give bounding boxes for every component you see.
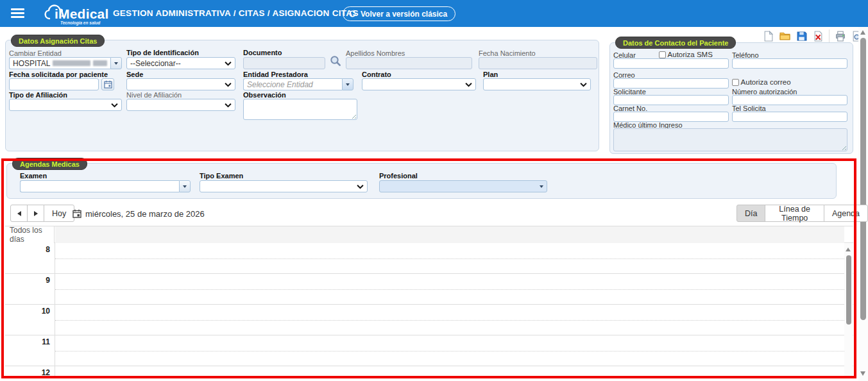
sede-label: Sede	[126, 71, 143, 78]
dropdown-button[interactable]	[179, 180, 191, 192]
profesional-label: Profesional	[379, 172, 418, 180]
redacted-text	[93, 60, 107, 66]
sede-select[interactable]	[126, 78, 235, 90]
chevron-down-icon	[465, 82, 472, 87]
app-header: iMedical Tecnología en salud GESTION ADM…	[0, 0, 868, 27]
fecha-solicitada-label: Fecha solicitada por paciente	[9, 71, 108, 78]
apellidos-nombres-label: Apellidos Nombres	[346, 49, 405, 57]
resize-handle[interactable]	[840, 144, 846, 150]
autoriza-sms-row: Autoriza SMS	[659, 51, 713, 58]
tipo-identificacion-select[interactable]: --Seleccionar--	[126, 57, 235, 69]
autoriza-correo-label: Autoriza correo	[741, 78, 791, 86]
page-scrollbar-thumb[interactable]	[860, 38, 866, 320]
nivel-afiliacion-select[interactable]	[126, 99, 235, 111]
arrow-right-icon	[34, 211, 38, 216]
hour-row[interactable]: 8	[5, 243, 853, 274]
hour-label: 11	[5, 337, 50, 346]
tipo-examen-select[interactable]	[200, 180, 368, 192]
resize-handle[interactable]	[350, 113, 356, 119]
tel-solicita-input[interactable]	[732, 112, 847, 122]
calendar-scrollbar[interactable]	[844, 244, 853, 377]
plan-select[interactable]	[483, 78, 591, 90]
cambiar-entidad-label: Cambiar Entidad	[9, 49, 62, 57]
hour-row[interactable]: 9	[5, 274, 853, 305]
view-label: Día	[745, 209, 757, 218]
caret-down-icon	[540, 185, 543, 188]
scroll-up-icon[interactable]	[846, 248, 851, 251]
save-icon[interactable]	[796, 30, 808, 42]
autoriza-correo-checkbox[interactable]	[732, 79, 739, 86]
delete-record-icon[interactable]	[812, 30, 824, 42]
calendar-picker-button[interactable]	[101, 78, 114, 90]
fecha-nacimiento-label: Fecha Nacimiento	[479, 49, 536, 57]
view-dia-button[interactable]: Día	[736, 205, 765, 222]
next-day-button[interactable]	[27, 205, 44, 222]
cambiar-entidad-combobox[interactable]: HOSPITAL	[9, 57, 122, 69]
celular-input[interactable]	[613, 58, 729, 69]
correo-input[interactable]	[613, 78, 729, 89]
today-button[interactable]: Hoy	[44, 205, 74, 222]
all-day-label: Todos los días	[5, 226, 55, 243]
documento-input[interactable]	[243, 57, 325, 69]
tipo-afiliacion-select[interactable]	[9, 99, 122, 111]
classic-version-button[interactable]: Volver a versión clásica	[343, 6, 455, 21]
print-icon[interactable]	[834, 30, 846, 42]
hour-row[interactable]: 10	[5, 305, 853, 335]
chevron-down-icon	[225, 61, 232, 66]
apellidos-nombres-input[interactable]	[346, 57, 472, 69]
view-linea-de-tiempo-button[interactable]: Línea de Tiempo	[765, 205, 824, 222]
current-date-label: miércoles, 25 de marzo de 2026	[85, 209, 205, 219]
hour-row[interactable]: 12	[5, 366, 853, 377]
today-label: Hoy	[52, 209, 66, 218]
scroll-down-icon[interactable]	[860, 371, 865, 376]
panel-datos-asignacion: Datos Asignación Citas Cambiar Entidad H…	[5, 40, 599, 151]
chevron-down-icon	[225, 82, 232, 87]
examen-combobox[interactable]	[20, 180, 191, 192]
menu-icon[interactable]	[11, 8, 24, 19]
dropdown-button[interactable]	[110, 57, 122, 69]
half-hour-line	[55, 258, 844, 259]
autoriza-sms-checkbox[interactable]	[659, 51, 666, 58]
open-folder-icon[interactable]	[779, 30, 791, 42]
calendar-nav-group: Hoy	[10, 205, 74, 222]
solicitante-input[interactable]	[613, 95, 729, 105]
autoriza-sms-label: Autoriza SMS	[668, 51, 713, 58]
dropdown-button[interactable]	[342, 78, 353, 90]
panel-title-badge: Datos de Contacto del Paciente	[615, 37, 736, 49]
view-label: Agenda	[832, 209, 860, 218]
prev-day-button[interactable]	[10, 205, 28, 222]
contrato-select[interactable]	[362, 78, 476, 90]
calendar-scrollbar-thumb[interactable]	[846, 255, 851, 325]
observacion-textarea[interactable]	[243, 99, 357, 120]
classic-version-label: Volver a versión clásica	[361, 10, 447, 19]
caret-down-icon	[346, 83, 350, 86]
page-scrollbar[interactable]	[858, 27, 868, 381]
entidad-prestadora-combobox[interactable]: Seleccione Entidad	[243, 78, 353, 90]
dropdown-button[interactable]	[536, 180, 547, 192]
toolbar-separator	[829, 30, 830, 42]
caret-down-icon	[114, 62, 118, 65]
fecha-solicitada-input[interactable]	[9, 78, 99, 90]
scroll-up-icon[interactable]	[860, 30, 865, 35]
numero-autorizacion-input[interactable]	[732, 95, 847, 105]
chevron-down-icon	[580, 82, 587, 87]
fecha-nacimiento-input[interactable]	[479, 57, 597, 69]
autoriza-correo-row: Autoriza correo	[732, 78, 791, 86]
view-label: Línea de Tiempo	[773, 205, 815, 223]
chevron-down-icon	[225, 103, 232, 108]
carnet-input[interactable]	[613, 112, 729, 122]
time-column-divider	[55, 366, 55, 377]
telefono-input[interactable]	[732, 58, 847, 69]
half-hour-line	[55, 320, 844, 321]
medico-ultimo-ingreso-textarea[interactable]	[613, 128, 847, 151]
tipo-identificacion-label: Tipo de Identificación	[126, 49, 199, 56]
chevron-down-icon	[111, 103, 118, 108]
hour-row[interactable]: 11	[5, 335, 853, 366]
search-icon[interactable]	[329, 55, 342, 70]
view-agenda-button[interactable]: Agenda	[824, 205, 868, 222]
profesional-combobox[interactable]	[379, 180, 547, 192]
calendar-view-switcher: Día Línea de Tiempo Agenda	[736, 205, 868, 222]
new-document-icon[interactable]	[762, 30, 774, 42]
panel-agendas-medicas: Agendas Medicas Examen Tipo Examen Profe…	[6, 163, 837, 199]
all-day-slot[interactable]	[55, 226, 844, 243]
